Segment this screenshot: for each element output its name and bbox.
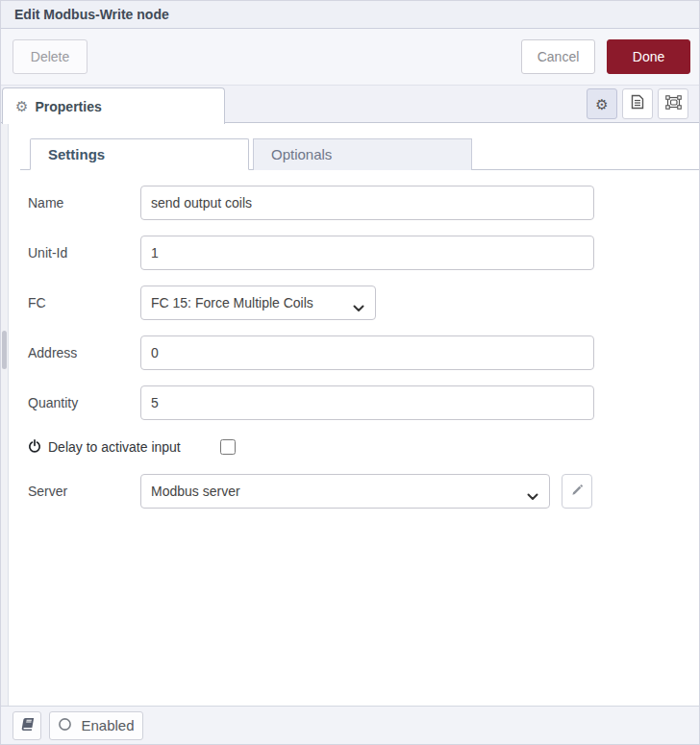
server-label: Server	[28, 484, 140, 499]
unit-id-input[interactable]	[140, 236, 594, 270]
document-icon	[631, 94, 644, 113]
cancel-button[interactable]: Cancel	[521, 39, 595, 74]
tab-properties[interactable]: ⚙ Properties	[2, 87, 225, 124]
fc-label: FC	[28, 295, 140, 310]
pencil-icon	[570, 484, 584, 500]
address-input[interactable]	[140, 335, 594, 370]
appearance-button[interactable]	[658, 88, 688, 119]
gear-icon: ⚙	[15, 99, 28, 113]
editor-tab-icons: ⚙	[587, 88, 688, 119]
delay-row: Delay to activate input	[28, 435, 699, 459]
gear-icon: ⚙	[595, 97, 608, 112]
delete-button[interactable]: Delete	[12, 39, 88, 74]
address-row: Address	[28, 335, 699, 370]
scrollbar-thumb[interactable]	[2, 331, 7, 369]
book-icon	[18, 717, 36, 734]
address-label: Address	[28, 345, 140, 360]
name-label: Name	[28, 195, 140, 211]
dialog-header: Edit Modbus-Write node	[1, 1, 699, 29]
name-row: Name	[28, 186, 699, 220]
status-circle-icon	[58, 717, 72, 734]
enabled-toggle-button[interactable]: Enabled	[49, 711, 143, 740]
editor-tab-bar: ⚙ Properties ⚙	[1, 86, 699, 123]
settings-form: Name Unit-Id FC FC 15: Force Multiple Co…	[10, 170, 699, 509]
enabled-label: Enabled	[81, 717, 134, 733]
fc-row: FC FC 15: Force Multiple Coils	[28, 286, 699, 320]
done-button[interactable]: Done	[607, 39, 690, 74]
dialog-button-bar: Delete Cancel Done	[1, 29, 699, 86]
properties-panel: Settings Optionals Name Unit-Id FC FC 1	[1, 123, 699, 708]
quantity-row: Quantity	[28, 385, 699, 420]
edit-server-button[interactable]	[562, 474, 592, 509]
delay-label: Delay to activate input	[28, 439, 220, 456]
server-row: Server Modbus server	[28, 474, 699, 509]
unit-id-row: Unit-Id	[28, 236, 699, 270]
dialog-footer: Enabled	[1, 706, 699, 744]
dialog-title: Edit Modbus-Write node	[14, 7, 169, 22]
delay-label-text: Delay to activate input	[48, 439, 181, 455]
settings-tab-bar: Settings Optionals	[20, 138, 699, 170]
tab-properties-label: Properties	[35, 99, 101, 114]
name-input[interactable]	[140, 186, 594, 220]
properties-gear-button[interactable]: ⚙	[587, 88, 617, 119]
tab-optionals[interactable]: Optionals	[253, 138, 472, 170]
edit-node-dialog: Edit Modbus-Write node Delete Cancel Don…	[0, 0, 700, 745]
unit-id-label: Unit-Id	[28, 245, 140, 261]
appearance-icon	[665, 95, 682, 113]
power-icon	[28, 439, 41, 456]
scrollbar[interactable]	[1, 123, 9, 708]
server-select[interactable]: Modbus server	[140, 474, 550, 509]
description-button[interactable]	[622, 88, 653, 119]
tab-settings[interactable]: Settings	[30, 138, 249, 170]
delay-checkbox[interactable]	[220, 439, 236, 455]
node-help-button[interactable]	[12, 711, 41, 740]
quantity-input[interactable]	[140, 385, 594, 420]
quantity-label: Quantity	[28, 395, 140, 410]
fc-select[interactable]: FC 15: Force Multiple Coils	[140, 286, 376, 320]
